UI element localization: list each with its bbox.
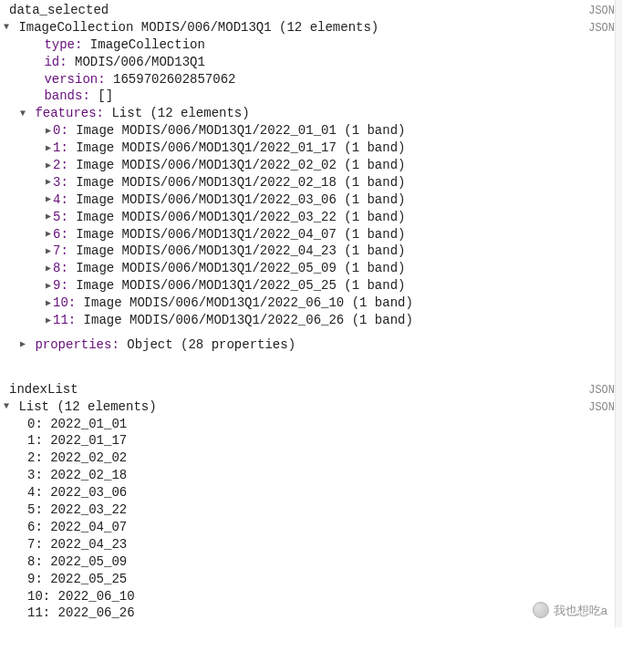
caret-down-icon[interactable]: ▼ <box>2 21 11 34</box>
item-index: 8: <box>27 554 43 569</box>
item-value: 2022_02_02 <box>43 450 127 465</box>
tree-node-bands: bands: [] <box>27 88 622 105</box>
item-index: 0: <box>53 123 68 138</box>
item-index: 9: <box>27 572 43 586</box>
json-link[interactable]: JSON <box>588 4 615 18</box>
caret-down-icon[interactable]: ▼ <box>2 400 11 413</box>
root-node-row: ▼ ImageCollection MODIS/006/MOD13Q1 (12 … <box>2 19 622 36</box>
prop-key: bands: <box>44 88 89 103</box>
json-link[interactable]: JSON <box>588 21 615 36</box>
features-list: ▶0: Image MODIS/006/MOD13Q1/2022_01_01 (… <box>27 122 622 329</box>
caret-right-icon[interactable]: ▶ <box>44 211 53 223</box>
item-index: 1: <box>27 433 43 448</box>
item-index: 10: <box>53 295 76 310</box>
item-value: Image MODIS/006/MOD13Q1/2022_05_25 (1 ba… <box>68 278 406 293</box>
feature-item[interactable]: ▶3: Image MODIS/006/MOD13Q1/2022_02_18 (… <box>44 174 622 191</box>
item-value: 2022_05_09 <box>43 554 127 569</box>
caret-right-icon[interactable]: ▶ <box>44 297 53 310</box>
feature-item[interactable]: ▶5: Image MODIS/006/MOD13Q1/2022_03_22 (… <box>44 209 622 226</box>
item-index: 8: <box>53 261 68 275</box>
list-item: 4: 2022_03_06 <box>2 484 622 501</box>
prop-value: [] <box>98 88 113 103</box>
item-value: 2022_04_07 <box>43 520 127 534</box>
item-value: Image MODIS/006/MOD13Q1/2022_06_26 (1 ba… <box>76 313 413 327</box>
caret-right-icon[interactable]: ▶ <box>44 280 53 293</box>
prop-value: List (12 elements) <box>111 106 249 120</box>
root-label[interactable]: ImageCollection MODIS/006/MOD13Q1 (12 el… <box>18 20 378 35</box>
scrollbar-gutter <box>615 0 622 627</box>
feature-item[interactable]: ▶11: Image MODIS/006/MOD13Q1/2022_06_26 … <box>44 312 622 329</box>
list-item: 6: 2022_04_07 <box>2 519 622 536</box>
item-index: 10: <box>27 589 50 604</box>
tree-node-features[interactable]: ▼ features: List (12 elements) <box>18 105 622 122</box>
item-index: 6: <box>27 520 43 534</box>
item-value: 2022_01_17 <box>43 433 127 448</box>
item-value: 2022_06_10 <box>50 589 134 604</box>
tree-root: ▼ ImageCollection MODIS/006/MOD13Q1 (12 … <box>0 19 622 354</box>
item-value: 2022_03_06 <box>43 485 127 500</box>
item-value: 2022_02_18 <box>43 468 127 482</box>
prop-key: properties: <box>35 337 119 352</box>
json-link[interactable]: JSON <box>588 400 615 415</box>
root-node-row: ▼ List (12 elements) JSON <box>2 398 622 416</box>
prop-value: 1659702602857062 <box>113 72 235 87</box>
feature-item[interactable]: ▶0: Image MODIS/006/MOD13Q1/2022_01_01 (… <box>44 122 622 140</box>
caret-right-icon[interactable]: ▶ <box>44 176 53 189</box>
item-index: 4: <box>53 192 68 207</box>
prop-key: features: <box>35 106 104 120</box>
tree-node-id: id: MODIS/006/MOD13Q1 <box>27 54 622 71</box>
feature-item[interactable]: ▶7: Image MODIS/006/MOD13Q1/2022_04_23 (… <box>44 243 622 260</box>
item-value: Image MODIS/006/MOD13Q1/2022_06_10 (1 ba… <box>76 295 413 310</box>
json-link[interactable]: JSON <box>588 383 615 398</box>
item-value: 2022_03_22 <box>43 502 127 517</box>
item-value: 2022_06_26 <box>50 605 134 620</box>
item-index: 7: <box>27 537 43 552</box>
prop-key: id: <box>44 55 67 69</box>
list-item: 1: 2022_01_17 <box>2 432 622 450</box>
section-header: indexList JSON <box>0 381 622 398</box>
tree-node-version: version: 1659702602857062 <box>27 71 622 88</box>
prop-key: type: <box>44 37 82 52</box>
item-index: 6: <box>53 227 68 242</box>
caret-right-icon[interactable]: ▶ <box>44 193 53 206</box>
section-title: data_selected <box>9 2 109 19</box>
item-index: 5: <box>53 210 68 224</box>
caret-right-icon[interactable]: ▶ <box>44 125 53 138</box>
item-value: 2022_04_23 <box>43 537 127 552</box>
feature-item[interactable]: ▶1: Image MODIS/006/MOD13Q1/2022_01_17 (… <box>44 140 622 157</box>
caret-right-icon[interactable]: ▶ <box>44 245 53 258</box>
caret-right-icon[interactable]: ▶ <box>44 142 53 155</box>
item-index: 11: <box>27 605 50 620</box>
caret-right-icon[interactable]: ▶ <box>44 315 53 327</box>
feature-item[interactable]: ▶8: Image MODIS/006/MOD13Q1/2022_05_09 (… <box>44 260 622 277</box>
item-index: 2: <box>27 450 43 465</box>
caret-down-icon[interactable]: ▼ <box>18 108 27 120</box>
feature-item[interactable]: ▶4: Image MODIS/006/MOD13Q1/2022_03_06 (… <box>44 191 622 209</box>
feature-item[interactable]: ▶9: Image MODIS/006/MOD13Q1/2022_05_25 (… <box>44 277 622 295</box>
item-value: Image MODIS/006/MOD13Q1/2022_01_01 (1 ba… <box>68 123 406 138</box>
item-index: 2: <box>53 158 68 172</box>
prop-key: version: <box>44 72 105 87</box>
item-index: 1: <box>53 140 68 155</box>
item-value: Image MODIS/006/MOD13Q1/2022_03_22 (1 ba… <box>68 210 406 224</box>
feature-item[interactable]: ▶2: Image MODIS/006/MOD13Q1/2022_02_02 (… <box>44 157 622 174</box>
list-item: 7: 2022_04_23 <box>2 536 622 553</box>
root-label[interactable]: List (12 elements) <box>18 399 156 414</box>
item-value: Image MODIS/006/MOD13Q1/2022_01_17 (1 ba… <box>68 140 406 155</box>
caret-right-icon[interactable]: ▶ <box>44 228 53 241</box>
feature-item[interactable]: ▶6: Image MODIS/006/MOD13Q1/2022_04_07 (… <box>44 226 622 243</box>
tree-node-type: type: ImageCollection <box>27 36 622 54</box>
item-value: Image MODIS/006/MOD13Q1/2022_02_02 (1 ba… <box>68 158 406 172</box>
feature-item[interactable]: ▶10: Image MODIS/006/MOD13Q1/2022_06_10 … <box>44 295 622 312</box>
caret-right-icon[interactable]: ▶ <box>18 338 27 351</box>
list-item: 0: 2022_01_01 <box>2 416 622 433</box>
item-index: 5: <box>27 502 43 517</box>
item-value: Image MODIS/006/MOD13Q1/2022_05_09 (1 ba… <box>68 261 406 275</box>
tree-root: ▼ List (12 elements) JSON 0: 2022_01_011… <box>0 398 622 623</box>
list-item: 3: 2022_02_18 <box>2 467 622 484</box>
caret-right-icon[interactable]: ▶ <box>44 263 53 275</box>
list-item: 2: 2022_02_02 <box>2 450 622 467</box>
tree-node-properties[interactable]: ▶ properties: Object (28 properties) <box>18 336 622 354</box>
section-title: indexList <box>9 381 78 398</box>
caret-right-icon[interactable]: ▶ <box>44 160 53 172</box>
